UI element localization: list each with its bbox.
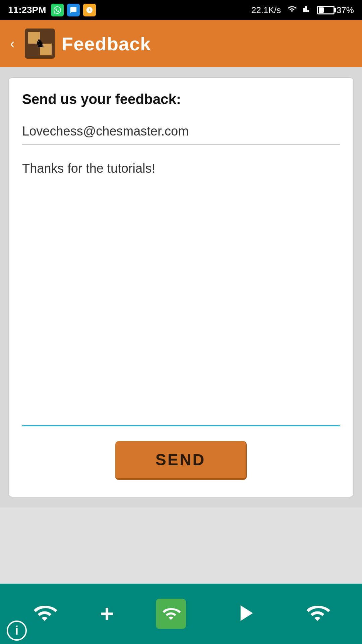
status-time: 11:23PM — [8, 5, 46, 15]
app-bar: ‹ ♞ Feedback — [0, 20, 362, 67]
wifi-icon-left — [31, 601, 58, 626]
battery-percent: 37% — [337, 5, 354, 15]
battery-indicator: 37% — [317, 5, 354, 15]
messages-icon — [67, 4, 80, 16]
plus-label: + — [100, 600, 114, 627]
info-icon: i — [7, 621, 27, 641]
app-logo: ♞ — [25, 29, 55, 59]
email-input[interactable] — [22, 121, 340, 145]
feedback-title: Send us your feedback: — [22, 91, 340, 107]
signal-bars-icon — [303, 5, 311, 15]
arrow-icon — [228, 600, 262, 628]
status-right: 22.1K/s 37% — [251, 5, 354, 16]
whatsapp-icon — [51, 4, 64, 16]
wifi-icon-right — [304, 601, 331, 626]
status-icons — [51, 4, 96, 16]
svg-text:♞: ♞ — [35, 37, 45, 50]
bottom-bar: + i — [0, 584, 362, 644]
send-button-wrap: SEND — [22, 441, 340, 480]
wifi-green-button[interactable] — [156, 599, 186, 629]
page-title: Feedback — [62, 33, 151, 55]
feedback-card: Send us your feedback: Thanks for the tu… — [8, 77, 354, 497]
wifi-signal-icon — [287, 5, 297, 16]
main-content: Send us your feedback: Thanks for the tu… — [0, 67, 362, 507]
status-bar: 11:23PM 22.1K/s 37% — [0, 0, 362, 20]
message-textarea[interactable]: Thanks for the tutorials! — [22, 158, 340, 426]
send-button[interactable]: SEND — [115, 441, 247, 480]
network-speed: 22.1K/s — [251, 5, 281, 15]
status-left: 11:23PM — [8, 4, 96, 16]
clock-icon — [83, 4, 96, 16]
back-button[interactable]: ‹ — [7, 32, 18, 55]
